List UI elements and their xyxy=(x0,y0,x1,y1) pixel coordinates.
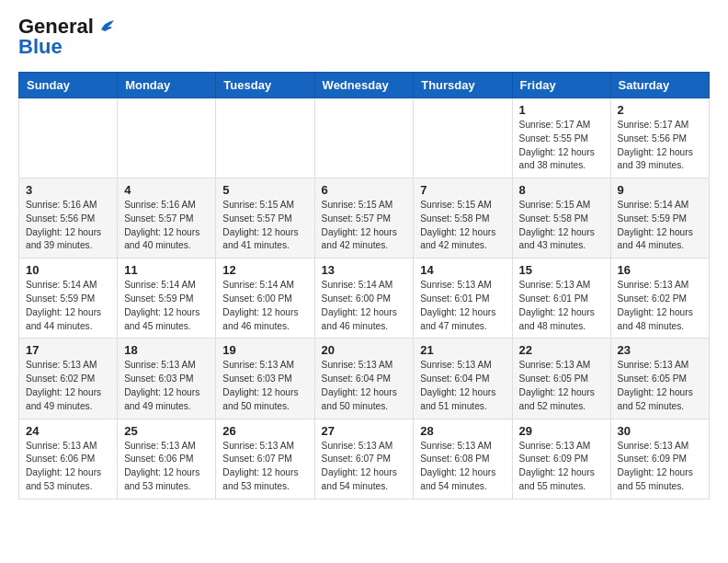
day-info: Sunrise: 5:13 AM Sunset: 6:04 PM Dayligh… xyxy=(420,359,505,413)
calendar-week-2: 3Sunrise: 5:16 AM Sunset: 5:56 PM Daylig… xyxy=(19,178,710,259)
calendar-cell: 22Sunrise: 5:13 AM Sunset: 6:05 PM Dayli… xyxy=(512,339,610,419)
calendar-cell: 26Sunrise: 5:13 AM Sunset: 6:07 PM Dayli… xyxy=(216,419,314,499)
day-info: Sunrise: 5:15 AM Sunset: 5:57 PM Dayligh… xyxy=(222,199,307,253)
day-number: 16 xyxy=(618,263,702,277)
day-info: Sunrise: 5:13 AM Sunset: 6:05 PM Dayligh… xyxy=(618,359,702,413)
day-number: 11 xyxy=(124,263,209,277)
calendar-cell: 1Sunrise: 5:17 AM Sunset: 5:55 PM Daylig… xyxy=(512,98,610,178)
calendar-cell: 4Sunrise: 5:16 AM Sunset: 5:57 PM Daylig… xyxy=(118,178,216,259)
day-number: 20 xyxy=(322,343,407,357)
day-number: 1 xyxy=(519,103,604,117)
day-info: Sunrise: 5:14 AM Sunset: 5:59 PM Dayligh… xyxy=(618,199,702,253)
day-info: Sunrise: 5:14 AM Sunset: 6:00 PM Dayligh… xyxy=(222,279,307,333)
calendar-cell: 30Sunrise: 5:13 AM Sunset: 6:09 PM Dayli… xyxy=(610,419,709,499)
day-info: Sunrise: 5:13 AM Sunset: 6:05 PM Dayligh… xyxy=(519,359,604,413)
day-number: 28 xyxy=(420,424,505,438)
day-number: 15 xyxy=(519,263,604,277)
day-info: Sunrise: 5:13 AM Sunset: 6:06 PM Dayligh… xyxy=(124,440,209,494)
day-number: 8 xyxy=(519,183,604,197)
calendar-cell: 19Sunrise: 5:13 AM Sunset: 6:03 PM Dayli… xyxy=(216,339,314,419)
day-number: 13 xyxy=(322,263,407,277)
day-number: 4 xyxy=(124,183,209,197)
calendar-cell: 21Sunrise: 5:13 AM Sunset: 6:04 PM Dayli… xyxy=(414,339,512,419)
day-info: Sunrise: 5:13 AM Sunset: 6:07 PM Dayligh… xyxy=(322,440,407,494)
logo-bird-icon xyxy=(97,17,118,37)
weekday-header-monday: Monday xyxy=(118,73,216,98)
weekday-header-friday: Friday xyxy=(512,73,610,98)
weekday-header-tuesday: Tuesday xyxy=(216,73,314,98)
day-number: 29 xyxy=(519,424,604,438)
day-info: Sunrise: 5:14 AM Sunset: 5:59 PM Dayligh… xyxy=(26,279,110,333)
day-number: 22 xyxy=(519,343,604,357)
day-number: 10 xyxy=(26,263,110,277)
calendar-cell: 13Sunrise: 5:14 AM Sunset: 6:00 PM Dayli… xyxy=(314,259,414,339)
day-info: Sunrise: 5:15 AM Sunset: 5:58 PM Dayligh… xyxy=(519,199,604,253)
logo: General Blue xyxy=(18,15,118,59)
day-info: Sunrise: 5:13 AM Sunset: 6:02 PM Dayligh… xyxy=(618,279,702,333)
calendar-cell: 25Sunrise: 5:13 AM Sunset: 6:06 PM Dayli… xyxy=(118,419,216,499)
calendar-cell: 15Sunrise: 5:13 AM Sunset: 6:01 PM Dayli… xyxy=(512,259,610,339)
calendar-cell: 28Sunrise: 5:13 AM Sunset: 6:08 PM Dayli… xyxy=(414,419,512,499)
calendar-cell: 3Sunrise: 5:16 AM Sunset: 5:56 PM Daylig… xyxy=(19,178,118,259)
day-number: 24 xyxy=(26,424,110,438)
calendar-cell xyxy=(414,98,512,178)
calendar-cell: 16Sunrise: 5:13 AM Sunset: 6:02 PM Dayli… xyxy=(610,259,709,339)
day-info: Sunrise: 5:13 AM Sunset: 6:06 PM Dayligh… xyxy=(26,440,110,494)
day-info: Sunrise: 5:13 AM Sunset: 6:07 PM Dayligh… xyxy=(222,440,307,494)
weekday-header-wednesday: Wednesday xyxy=(314,73,414,98)
calendar-cell: 17Sunrise: 5:13 AM Sunset: 6:02 PM Dayli… xyxy=(19,339,118,419)
calendar-cell: 2Sunrise: 5:17 AM Sunset: 5:56 PM Daylig… xyxy=(610,98,709,178)
day-number: 18 xyxy=(124,343,209,357)
calendar-cell xyxy=(314,98,414,178)
day-number: 21 xyxy=(420,343,505,357)
day-info: Sunrise: 5:13 AM Sunset: 6:03 PM Dayligh… xyxy=(222,359,307,413)
day-info: Sunrise: 5:13 AM Sunset: 6:01 PM Dayligh… xyxy=(519,279,604,333)
calendar-week-1: 1Sunrise: 5:17 AM Sunset: 5:55 PM Daylig… xyxy=(19,98,710,178)
calendar-cell: 14Sunrise: 5:13 AM Sunset: 6:01 PM Dayli… xyxy=(414,259,512,339)
calendar-cell: 24Sunrise: 5:13 AM Sunset: 6:06 PM Dayli… xyxy=(19,419,118,499)
day-number: 27 xyxy=(322,424,407,438)
calendar-week-3: 10Sunrise: 5:14 AM Sunset: 5:59 PM Dayli… xyxy=(19,259,710,339)
page-header: General Blue xyxy=(18,15,710,59)
day-number: 7 xyxy=(420,183,505,197)
calendar-cell: 10Sunrise: 5:14 AM Sunset: 5:59 PM Dayli… xyxy=(19,259,118,339)
calendar-cell: 27Sunrise: 5:13 AM Sunset: 6:07 PM Dayli… xyxy=(314,419,414,499)
calendar-cell: 20Sunrise: 5:13 AM Sunset: 6:04 PM Dayli… xyxy=(314,339,414,419)
day-number: 6 xyxy=(322,183,407,197)
day-number: 5 xyxy=(222,183,307,197)
day-info: Sunrise: 5:13 AM Sunset: 6:01 PM Dayligh… xyxy=(420,279,505,333)
day-info: Sunrise: 5:13 AM Sunset: 6:04 PM Dayligh… xyxy=(322,359,407,413)
day-number: 23 xyxy=(618,343,702,357)
day-info: Sunrise: 5:13 AM Sunset: 6:02 PM Dayligh… xyxy=(26,359,110,413)
calendar-cell: 7Sunrise: 5:15 AM Sunset: 5:58 PM Daylig… xyxy=(414,178,512,259)
weekday-header-thursday: Thursday xyxy=(414,73,512,98)
day-info: Sunrise: 5:15 AM Sunset: 5:58 PM Dayligh… xyxy=(420,199,505,253)
calendar-table: SundayMondayTuesdayWednesdayThursdayFrid… xyxy=(18,72,710,500)
weekday-header-saturday: Saturday xyxy=(610,73,709,98)
day-info: Sunrise: 5:13 AM Sunset: 6:03 PM Dayligh… xyxy=(124,359,209,413)
day-info: Sunrise: 5:15 AM Sunset: 5:57 PM Dayligh… xyxy=(322,199,407,253)
weekday-header-sunday: Sunday xyxy=(19,73,118,98)
calendar-cell: 23Sunrise: 5:13 AM Sunset: 6:05 PM Dayli… xyxy=(610,339,709,419)
calendar-page: General Blue SundayMondayTuesdayWednesda… xyxy=(0,0,728,518)
day-info: Sunrise: 5:16 AM Sunset: 5:57 PM Dayligh… xyxy=(124,199,209,253)
day-info: Sunrise: 5:13 AM Sunset: 6:09 PM Dayligh… xyxy=(519,440,604,494)
weekday-header-row: SundayMondayTuesdayWednesdayThursdayFrid… xyxy=(19,73,710,98)
day-number: 25 xyxy=(124,424,209,438)
calendar-cell: 12Sunrise: 5:14 AM Sunset: 6:00 PM Dayli… xyxy=(216,259,314,339)
day-info: Sunrise: 5:16 AM Sunset: 5:56 PM Dayligh… xyxy=(26,199,110,253)
day-number: 14 xyxy=(420,263,505,277)
day-number: 12 xyxy=(222,263,307,277)
calendar-cell: 11Sunrise: 5:14 AM Sunset: 5:59 PM Dayli… xyxy=(118,259,216,339)
day-info: Sunrise: 5:13 AM Sunset: 6:09 PM Dayligh… xyxy=(618,440,702,494)
calendar-cell: 29Sunrise: 5:13 AM Sunset: 6:09 PM Dayli… xyxy=(512,419,610,499)
calendar-cell xyxy=(19,98,118,178)
calendar-cell: 18Sunrise: 5:13 AM Sunset: 6:03 PM Dayli… xyxy=(118,339,216,419)
day-info: Sunrise: 5:17 AM Sunset: 5:56 PM Dayligh… xyxy=(618,119,702,173)
day-info: Sunrise: 5:13 AM Sunset: 6:08 PM Dayligh… xyxy=(420,440,505,494)
calendar-cell: 6Sunrise: 5:15 AM Sunset: 5:57 PM Daylig… xyxy=(314,178,414,259)
day-info: Sunrise: 5:14 AM Sunset: 6:00 PM Dayligh… xyxy=(322,279,407,333)
calendar-week-4: 17Sunrise: 5:13 AM Sunset: 6:02 PM Dayli… xyxy=(19,339,710,419)
day-number: 2 xyxy=(618,103,702,117)
calendar-cell: 5Sunrise: 5:15 AM Sunset: 5:57 PM Daylig… xyxy=(216,178,314,259)
